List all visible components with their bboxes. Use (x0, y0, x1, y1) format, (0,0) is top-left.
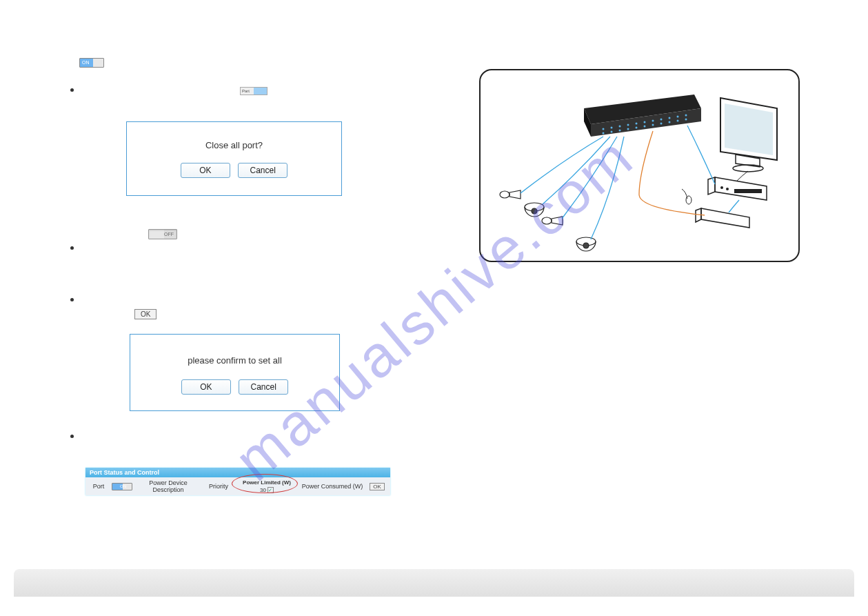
dialog2-ok-button[interactable]: OK (181, 379, 231, 395)
col-power-limited: Power Limited (W) 30 ✓ (236, 479, 298, 493)
bullet-4 (70, 435, 74, 438)
network-diagram (479, 69, 800, 262)
dialog2-message: please confirm to set all (130, 355, 339, 366)
dialog2-cancel-button[interactable]: Cancel (239, 379, 288, 395)
port-toggle-on[interactable]: ON (79, 58, 104, 68)
svg-point-15 (611, 131, 613, 133)
svg-marker-30 (708, 177, 715, 195)
footer-bar (14, 569, 854, 597)
power-limited-checkbox[interactable]: ✓ (268, 487, 274, 493)
port-status-table: Port Status and Control Port ON Power De… (85, 468, 390, 495)
mini-part-toggle[interactable]: Part (240, 87, 268, 95)
port-toggle-off[interactable]: OFF (148, 229, 177, 239)
svg-marker-34 (701, 208, 749, 228)
dialog1-message: Close all port? (127, 140, 341, 150)
svg-point-24 (685, 119, 687, 121)
row-toggle-on[interactable]: ON (112, 483, 132, 490)
bullet-2 (70, 246, 74, 250)
col-port-header: Port (88, 483, 109, 490)
row-ok-button[interactable]: OK (370, 483, 385, 490)
nvr-device-cable (729, 200, 739, 212)
dome-camera-icon-1 (525, 203, 544, 217)
power-limited-value: 30 (260, 487, 266, 493)
svg-point-12 (677, 116, 679, 118)
svg-point-3 (603, 128, 605, 130)
orange-cable (639, 131, 705, 215)
svg-point-4 (611, 127, 613, 129)
svg-point-36 (686, 196, 692, 204)
svg-point-40 (532, 208, 537, 214)
svg-rect-33 (734, 189, 762, 193)
svg-point-20 (652, 124, 654, 126)
monitor-icon (720, 98, 777, 172)
dome-camera-icon-2 (576, 237, 596, 251)
svg-point-14 (603, 132, 605, 135)
svg-point-19 (644, 126, 646, 128)
svg-point-17 (627, 128, 629, 130)
svg-point-21 (660, 123, 663, 125)
svg-point-31 (720, 186, 723, 189)
col-desc-header: Power Device Description (135, 479, 201, 493)
svg-point-13 (685, 115, 687, 117)
svg-marker-26 (725, 103, 773, 155)
svg-marker-35 (696, 208, 701, 222)
bullet-1 (70, 88, 74, 92)
camera-icon-1 (500, 190, 521, 199)
svg-point-16 (619, 130, 621, 132)
svg-point-23 (677, 120, 679, 122)
svg-point-10 (660, 119, 663, 121)
confirm-set-all-dialog: please confirm to set all OK Cancel (130, 334, 340, 411)
table-row: Port ON Power Device Description Priorit… (85, 477, 390, 495)
svg-point-7 (636, 123, 638, 125)
blue-cables (521, 137, 624, 239)
svg-point-9 (652, 120, 654, 122)
svg-point-32 (726, 188, 729, 190)
dialog1-cancel-button[interactable]: Cancel (238, 163, 287, 178)
svg-point-28 (733, 165, 763, 172)
power-limited-label: Power Limited (W) (236, 479, 298, 486)
camera-icon-2 (542, 217, 563, 225)
svg-point-6 (627, 124, 629, 126)
svg-point-8 (644, 121, 646, 123)
svg-point-38 (542, 217, 552, 224)
monitor-cable (737, 171, 748, 181)
col-priority-header: Priority (201, 483, 236, 490)
svg-point-37 (500, 191, 509, 198)
close-all-port-dialog: Close all port? OK Cancel (126, 121, 342, 196)
dialog1-ok-button[interactable]: OK (181, 163, 230, 178)
nvr-cable (687, 126, 715, 184)
svg-point-22 (669, 121, 671, 123)
svg-point-18 (636, 127, 638, 129)
col-power-consumed-header: Power Consumed (W) (298, 483, 367, 490)
switch-icon (584, 95, 701, 137)
table-title: Port Status and Control (85, 468, 390, 477)
diagram-svg (481, 70, 800, 262)
svg-point-11 (669, 117, 671, 119)
col-port-toggle[interactable]: ON (109, 482, 135, 490)
svg-point-5 (619, 126, 621, 128)
ok-mini-button[interactable]: OK (134, 309, 157, 319)
bullet-3 (70, 298, 74, 301)
small-device-icon (682, 189, 749, 228)
svg-point-42 (583, 243, 589, 248)
